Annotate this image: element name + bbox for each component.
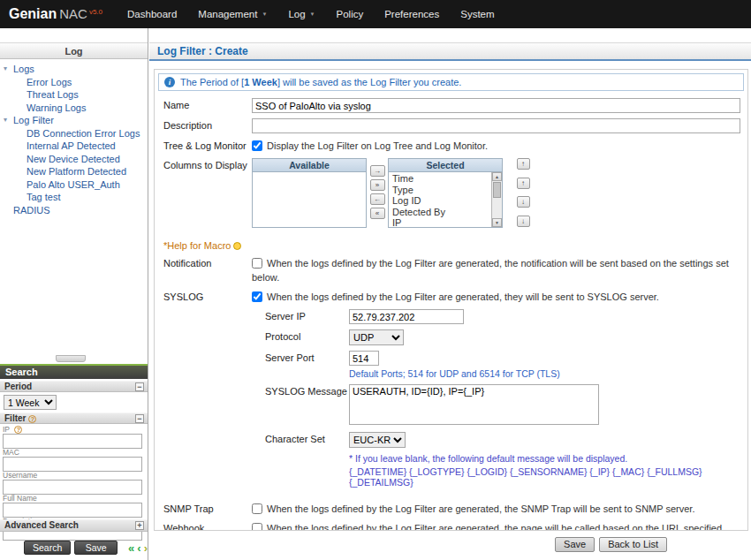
webhook-checkbox[interactable] — [252, 523, 262, 531]
charset-select[interactable]: EUC-KR — [349, 432, 406, 448]
previous-icon[interactable]: ‹ — [137, 541, 140, 555]
name-field[interactable] — [252, 98, 740, 113]
selected-column-time[interactable]: Time — [389, 173, 491, 185]
page-title: Log Filter : Create — [149, 42, 751, 61]
tree-item-palo-alto-user-auth[interactable]: Palo Alto USER_Auth — [0, 178, 148, 192]
menu-preferences[interactable]: Preferences — [374, 0, 450, 28]
tree-item-warning-logs[interactable]: Warning Logs — [0, 102, 148, 115]
ip-filter-input[interactable] — [3, 434, 142, 449]
snmp-trap-checkbox[interactable] — [252, 503, 262, 514]
tree-item-logs[interactable]: ▾Logs — [0, 63, 148, 76]
logo-version: v5.0 — [89, 8, 102, 16]
tree-monitor-checkbox[interactable] — [252, 140, 262, 151]
username-filter-input[interactable] — [3, 480, 142, 495]
server-port-label: Server Port — [265, 351, 349, 363]
tree-item-log-filter[interactable]: ▾Log Filter — [0, 114, 148, 127]
collapse-icon[interactable]: − — [135, 382, 144, 391]
footer-actions: Save Back to List — [555, 537, 667, 552]
move-bottom-icon[interactable]: ↓ — [517, 216, 530, 227]
mac-filter-input[interactable] — [3, 457, 142, 472]
tree-item-error-logs[interactable]: Error Logs — [0, 76, 148, 89]
selected-column-logid[interactable]: Log ID — [389, 195, 491, 207]
tree-item-radius[interactable]: RADIUS — [0, 204, 148, 217]
syslog-label: SYSLOG — [163, 290, 252, 302]
selected-column-ip[interactable]: IP — [389, 217, 491, 227]
tree-item-threat-logs[interactable]: Threat Logs — [0, 88, 148, 102]
tree-item-new-platform-detected[interactable]: New Platform Detected — [0, 165, 148, 178]
move-right-icon[interactable]: → — [370, 165, 385, 177]
next-icon[interactable]: › — [144, 541, 148, 555]
list-scrollbar[interactable]: ▲ ▼ — [491, 172, 502, 227]
available-items[interactable] — [253, 172, 366, 227]
move-left-icon[interactable]: ← — [370, 193, 385, 205]
search-button[interactable]: Search — [24, 541, 71, 555]
help-icon[interactable]: ? — [28, 415, 36, 423]
advanced-search-bar[interactable]: Advanced Search + — [0, 519, 148, 532]
default-macro-text: {_DATETIME} {_LOGTYPE} {_LOGID} {_SENSOR… — [349, 466, 744, 488]
help-for-macro-link[interactable]: *Help for Macro — [163, 240, 241, 251]
collapse-icon[interactable]: − — [135, 414, 144, 423]
save-as-button[interactable]: Save As — [74, 541, 118, 555]
period-section-bar: Period − — [0, 381, 148, 392]
tree-item-db-connection-error-logs[interactable]: DB Connection Error Logs — [0, 127, 148, 140]
description-field[interactable] — [252, 118, 740, 133]
selected-column-type[interactable]: Type — [389, 185, 491, 196]
tree-expand-icon[interactable]: ▾ — [4, 114, 7, 127]
help-icon[interactable]: ? — [14, 426, 22, 434]
notification-checkbox[interactable] — [252, 258, 262, 269]
save-button[interactable]: Save — [555, 537, 595, 552]
default-message-note: * If you leave blank, the following defa… — [349, 453, 744, 464]
app-logo[interactable]: Genian NAC v5.0 — [0, 6, 117, 22]
notice-text: The Period of [1 Week] will be saved as … — [180, 77, 461, 87]
charset-label: Character Set — [265, 432, 349, 444]
menu-management[interactable]: Management▼ — [187, 0, 277, 28]
columns-dual-list: Available → » ← « Selected — [252, 158, 744, 228]
server-ip-field[interactable] — [349, 309, 464, 324]
order-buttons: ↑ ↑ ↓ ↓ — [513, 158, 533, 227]
menu-system[interactable]: System — [450, 0, 504, 28]
selected-column-detectedby[interactable]: Detected By — [389, 207, 491, 218]
protocol-label: Protocol — [265, 329, 349, 342]
port-hint-text: Default Ports; 514 for UDP and 6514 for … — [349, 368, 744, 379]
tree-item-internal-ap-detected[interactable]: Internal AP Detected — [0, 140, 148, 153]
scroll-up-icon[interactable]: ▲ — [492, 172, 502, 181]
transfer-buttons: → » ← « — [367, 158, 388, 219]
menu-log[interactable]: Log▼ — [277, 0, 325, 28]
move-down-icon[interactable]: ↓ — [517, 196, 530, 208]
tree-monitor-label: Tree & Log Monitor — [163, 139, 252, 151]
selected-columns-list: Selected Time Type Log ID Detected By IP — [388, 158, 503, 228]
app-window: Genian NAC v5.0 Dashboard Management▼ Lo… — [0, 0, 751, 560]
selected-header: Selected — [389, 159, 502, 172]
main-area: Log Filter : Create i The Period of [1 W… — [149, 28, 751, 560]
columns-label: Columns to Display — [163, 158, 252, 170]
expand-icon[interactable]: + — [135, 521, 144, 530]
server-port-field[interactable] — [349, 351, 379, 366]
fullname-filter-input[interactable] — [3, 503, 142, 518]
menu-dashboard[interactable]: Dashboard — [117, 0, 187, 28]
panel-resize-handle[interactable] — [56, 355, 86, 362]
back-to-list-button[interactable]: Back to List — [599, 537, 667, 552]
snmp-trap-label: SNMP Trap — [163, 502, 252, 514]
syslog-message-label: SYSLOG Message — [265, 384, 349, 397]
tree-item-new-device-detected[interactable]: New Device Detected — [0, 153, 148, 166]
chevron-down-icon: ▼ — [262, 11, 267, 17]
collapse-panel-icon[interactable]: « — [128, 541, 134, 555]
logo-brand: Genian — [9, 6, 57, 22]
protocol-select[interactable]: UDP — [349, 329, 404, 345]
available-header: Available — [253, 159, 366, 172]
menu-policy[interactable]: Policy — [326, 0, 375, 28]
period-select[interactable]: 1 Week — [4, 395, 57, 410]
tree-expand-icon[interactable]: ▾ — [4, 63, 7, 76]
move-up-icon[interactable]: ↑ — [517, 178, 530, 189]
chevron-down-icon: ▼ — [310, 11, 315, 17]
tree-item-tag-test[interactable]: Tag test — [0, 191, 148, 204]
move-top-icon[interactable]: ↑ — [517, 158, 530, 170]
log-tree: ▾Logs Error Logs Threat Logs Warning Log… — [0, 63, 148, 216]
move-all-left-icon[interactable]: « — [370, 208, 385, 219]
scroll-down-icon[interactable]: ▼ — [492, 218, 502, 227]
syslog-message-field[interactable]: USERAUTH, ID={ID}, IP={_IP} — [349, 384, 599, 425]
info-icon: i — [164, 77, 175, 87]
scrollbar-thumb[interactable] — [493, 182, 501, 198]
move-all-right-icon[interactable]: » — [370, 179, 385, 191]
syslog-checkbox[interactable] — [252, 291, 262, 302]
